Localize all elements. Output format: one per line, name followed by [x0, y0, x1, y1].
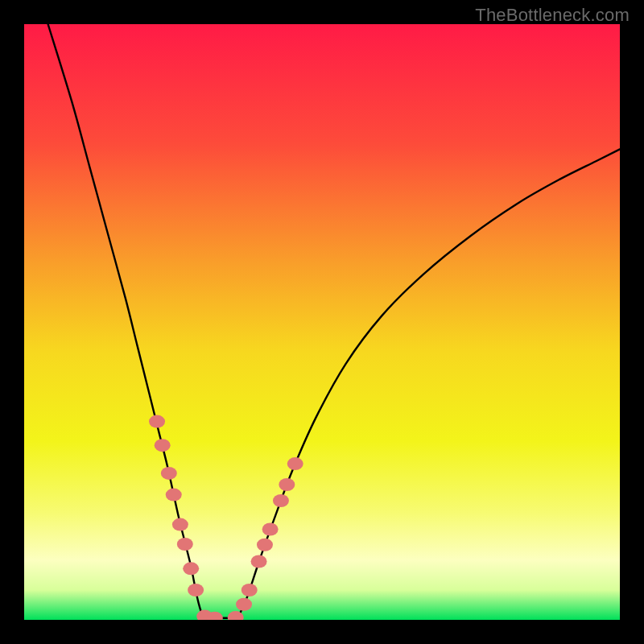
data-point-marker — [251, 555, 267, 568]
data-point-marker — [242, 584, 258, 597]
data-point-marker — [279, 478, 295, 491]
data-point-marker — [161, 467, 177, 480]
gradient-background — [24, 24, 620, 620]
data-point-marker — [257, 539, 273, 551]
data-point-marker — [236, 598, 252, 611]
data-point-marker — [149, 415, 165, 428]
data-point-marker — [155, 439, 171, 452]
chart-frame: TheBottleneck.com — [0, 0, 644, 644]
data-point-marker — [183, 562, 199, 575]
data-point-marker — [262, 523, 279, 536]
chart-svg — [24, 24, 620, 620]
data-point-marker — [273, 494, 289, 507]
data-point-marker — [188, 584, 204, 597]
data-point-marker — [287, 457, 303, 470]
data-point-marker — [172, 518, 188, 531]
watermark-text: TheBottleneck.com — [475, 5, 630, 26]
data-point-marker — [166, 489, 182, 502]
data-point-marker — [177, 538, 193, 551]
plot-area — [24, 24, 620, 620]
